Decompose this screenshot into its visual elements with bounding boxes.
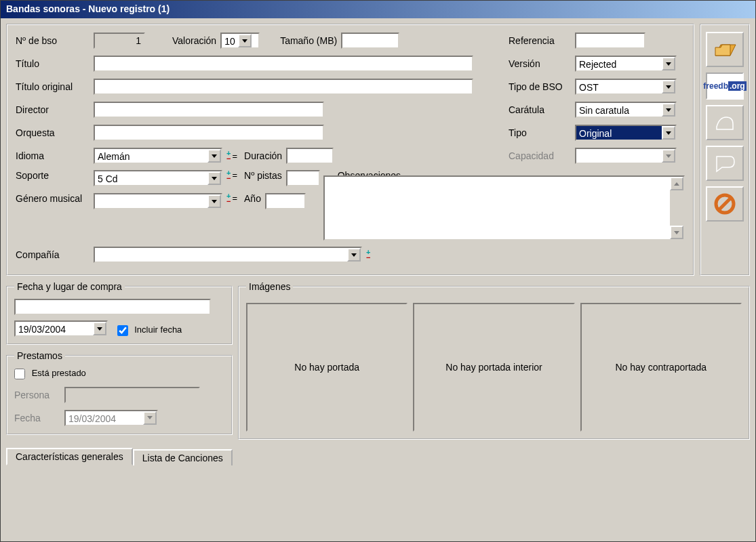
tab-general[interactable]: Características generales xyxy=(6,448,133,465)
orquesta-label: Orquesta xyxy=(16,127,94,138)
tipo-label: Tipo xyxy=(509,127,575,138)
pistas-field[interactable] xyxy=(286,170,320,186)
chevron-down-icon xyxy=(662,57,675,70)
version-select[interactable]: Rejected xyxy=(575,56,677,72)
tamano-field[interactable] xyxy=(341,33,399,49)
outline-icon xyxy=(714,113,736,132)
svg-marker-9 xyxy=(666,108,671,112)
soporte-select[interactable]: 5 Cd xyxy=(94,170,222,186)
svg-marker-11 xyxy=(666,154,671,158)
version-label: Versión xyxy=(509,58,575,69)
image-back[interactable]: No hay contraportada xyxy=(580,303,742,432)
chevron-down-icon xyxy=(347,248,361,262)
valoracion-select[interactable]: 10 xyxy=(220,33,260,49)
num-bso-label: Nº de bso xyxy=(16,35,94,46)
chevron-down-icon xyxy=(238,34,252,47)
chevron-down-icon xyxy=(207,171,221,185)
svg-marker-8 xyxy=(666,85,671,89)
action-button-1[interactable] xyxy=(706,105,744,140)
prestamo-fecha-select: 19/03/2004 xyxy=(64,410,158,426)
caratula-select[interactable]: Sin caratula xyxy=(575,102,677,118)
genero-select[interactable] xyxy=(94,193,222,209)
orquesta-field[interactable] xyxy=(94,125,324,141)
duracion-label: Duración xyxy=(244,150,282,161)
titulo-field[interactable] xyxy=(94,56,473,72)
idioma-select[interactable]: Alemán xyxy=(94,148,222,164)
tab-bar: Características generales Lista de Canci… xyxy=(6,446,750,464)
imagenes-group: Imágenes No hay portada No hay portada i… xyxy=(238,281,750,440)
chevron-down-icon xyxy=(662,149,675,163)
tab-songs[interactable]: Lista de Canciones xyxy=(133,449,233,465)
prestamo-fecha-label: Fecha xyxy=(14,413,64,423)
add-remove-icon[interactable]: +− xyxy=(366,249,370,260)
director-label: Director xyxy=(16,104,94,115)
equals-icon: = xyxy=(232,170,237,180)
svg-marker-0 xyxy=(242,39,247,43)
chevron-down-icon xyxy=(93,322,106,335)
image-inner[interactable]: No hay portada interior xyxy=(413,303,574,432)
svg-marker-3 xyxy=(212,200,217,203)
compra-legend: Fecha y lugar de compra xyxy=(14,281,125,292)
add-remove-icon[interactable]: +− xyxy=(226,150,231,161)
titulo-orig-field[interactable] xyxy=(94,79,473,95)
esta-prestado-label: Está prestado xyxy=(32,368,86,378)
num-bso-field xyxy=(94,33,145,49)
image-front[interactable]: No hay portada xyxy=(246,303,407,432)
scroll-down-icon[interactable] xyxy=(670,226,683,239)
equals-icon: = xyxy=(232,151,237,161)
outline-icon xyxy=(714,154,736,173)
scroll-up-icon[interactable] xyxy=(670,177,683,190)
incluir-fecha-check[interactable] xyxy=(117,325,128,336)
chevron-down-icon xyxy=(207,149,221,163)
valoracion-label: Valoración xyxy=(172,35,216,46)
svg-marker-17 xyxy=(147,416,153,419)
persona-field xyxy=(64,387,200,403)
ano-field[interactable] xyxy=(265,193,306,209)
tipo-select[interactable]: Original xyxy=(575,125,677,141)
tipo-bso-select[interactable]: OST xyxy=(575,79,677,95)
caratula-label: Carátula xyxy=(509,104,575,115)
compania-select[interactable] xyxy=(94,247,362,263)
duracion-field[interactable] xyxy=(286,148,334,164)
svg-marker-13 xyxy=(715,45,730,56)
svg-marker-16 xyxy=(97,327,102,331)
main-window: Bandas sonoras - Nuevo registro (1) Nº d… xyxy=(0,0,756,542)
lugar-compra-field[interactable] xyxy=(14,299,211,315)
referencia-field[interactable] xyxy=(575,33,645,49)
action-button-2[interactable] xyxy=(706,146,744,181)
chevron-down-icon xyxy=(207,194,221,208)
genero-label: Género musical xyxy=(16,193,94,204)
referencia-label: Referencia xyxy=(509,35,575,46)
save-button[interactable] xyxy=(706,32,744,67)
capacidad-select xyxy=(575,148,677,164)
scrollbar[interactable] xyxy=(670,177,683,239)
svg-marker-6 xyxy=(351,253,357,257)
prestamos-legend: Prestamos xyxy=(14,350,65,361)
tipo-bso-label: Tipo de BSO xyxy=(509,81,575,92)
tamano-label: Tamaño (MB) xyxy=(280,35,337,46)
pistas-label: Nº pistas xyxy=(244,170,282,181)
svg-line-15 xyxy=(719,198,731,210)
esta-prestado-check[interactable] xyxy=(14,369,25,379)
chevron-down-icon xyxy=(143,411,157,425)
ano-label: Año xyxy=(244,193,261,204)
compania-label: Compañía xyxy=(16,249,94,260)
chevron-down-icon xyxy=(662,80,675,93)
incluir-fecha-label: Incluir fecha xyxy=(134,325,182,335)
svg-marker-2 xyxy=(212,177,217,180)
observaciones-field[interactable] xyxy=(323,175,685,241)
director-field[interactable] xyxy=(94,102,324,118)
persona-label: Persona xyxy=(14,390,64,400)
cancel-icon xyxy=(713,192,736,215)
titulo-label: Título xyxy=(16,58,94,69)
add-remove-icon[interactable]: +− xyxy=(226,193,231,204)
form-panel: Nº de bso Valoración 10 Tamaño (MB) Títu… xyxy=(6,24,694,276)
fecha-compra-select[interactable]: 19/03/2004 xyxy=(14,320,108,337)
right-column: Referencia Versión Rejected Tipo de BSO xyxy=(509,32,685,170)
cancel-button[interactable] xyxy=(706,186,744,222)
side-toolbar: freedb.org xyxy=(700,24,750,276)
capacidad-label: Capacidad xyxy=(509,150,575,161)
svg-marker-5 xyxy=(674,231,679,234)
add-remove-icon[interactable]: +− xyxy=(226,170,231,181)
freedb-button[interactable]: freedb.org xyxy=(706,72,744,100)
